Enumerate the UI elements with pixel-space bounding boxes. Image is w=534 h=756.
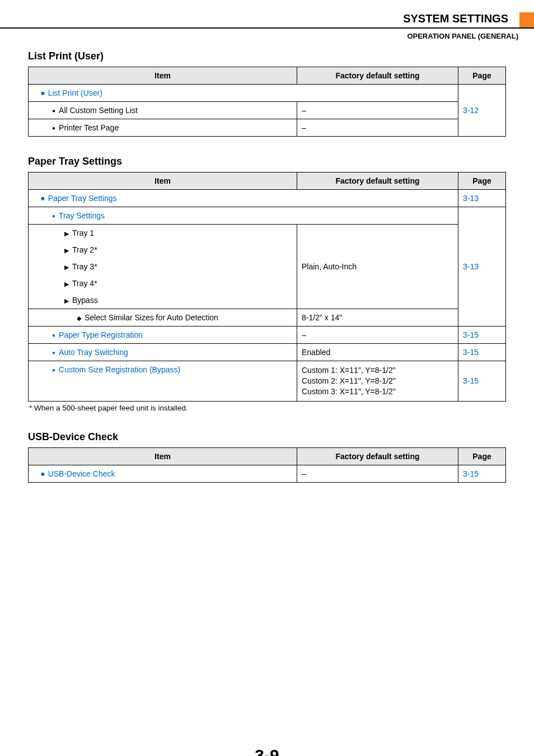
page-cell[interactable]: 3-15: [458, 326, 506, 344]
table-usb-device: Item Factory default setting Page USB-De…: [28, 447, 506, 483]
table-row: Custom Size Registration (Bypass) Custom…: [29, 361, 506, 402]
page-cell[interactable]: 3-15: [458, 344, 506, 361]
accent-block: [519, 12, 534, 27]
col-page: Page: [458, 447, 506, 465]
item-cell: Tray 2*: [29, 241, 297, 258]
table-row: Auto Tray Switching Enabled 3-15: [29, 344, 506, 361]
item-label: Bypass: [64, 296, 98, 305]
col-default: Factory default setting: [297, 447, 458, 465]
page-cell[interactable]: 3-12: [458, 85, 506, 137]
item-cell: Tray 1: [29, 225, 297, 242]
page-cell: [458, 275, 506, 292]
page-number: 3-9: [0, 746, 534, 756]
page-cell[interactable]: 3-15: [458, 465, 506, 482]
paper-type-registration-link[interactable]: Paper Type Registration: [52, 330, 143, 339]
custom-size-line-1: Custom 1: X=11", Y=8-1/2": [302, 366, 396, 375]
item-cell: USB-Device Check: [29, 465, 297, 482]
item-cell: Tray Settings: [29, 207, 458, 225]
page-cell: [458, 309, 506, 326]
table-list-print: Item Factory default setting Page List P…: [28, 67, 506, 137]
header-bar: SYSTEM SETTINGS: [0, 12, 534, 29]
item-label: Tray 1: [64, 228, 94, 237]
table-row: Paper Type Registration – 3-15: [29, 326, 506, 344]
paper-tray-settings-link[interactable]: Paper Tray Settings: [41, 194, 117, 203]
table-row: Tray 2*: [29, 241, 506, 258]
page-cell: [458, 225, 506, 242]
page-content: List Print (User) Item Factory default s…: [0, 50, 534, 483]
header-subheading: OPERATION PANEL (GENERAL): [0, 29, 534, 46]
default-cell: 8-1/2" x 14": [297, 309, 458, 326]
page-header: SYSTEM SETTINGS OPERATION PANEL (GENERAL…: [0, 0, 534, 46]
col-page: Page: [458, 172, 506, 190]
default-cell: –: [297, 326, 458, 344]
page-cell[interactable]: 3-13: [458, 190, 506, 207]
col-page: Page: [458, 67, 506, 85]
item-cell: Auto Tray Switching: [29, 344, 297, 361]
default-cell: Custom 1: X=11", Y=8-1/2" Custom 2: X=11…: [297, 361, 458, 402]
default-cell: [297, 275, 458, 292]
default-cell: [297, 225, 458, 242]
item-label: All Custom Setting List: [52, 106, 138, 115]
col-item: Item: [29, 172, 297, 190]
item-label: Tray 4*: [64, 279, 97, 288]
item-cell: Custom Size Registration (Bypass): [29, 361, 297, 402]
table-row: USB-Device Check – 3-15: [29, 465, 506, 482]
item-cell: Select Similar Sizes for Auto Detection: [29, 309, 297, 326]
col-item: Item: [29, 67, 297, 85]
default-cell: –: [297, 102, 458, 119]
default-cell: –: [297, 465, 458, 482]
col-default: Factory default setting: [297, 172, 458, 190]
table-row: Tray 3* Plain, Auto-Inch 3-13: [29, 258, 506, 275]
page-cell[interactable]: 3-15: [458, 361, 506, 402]
item-cell: All Custom Setting List: [29, 102, 297, 119]
item-label: Select Similar Sizes for Auto Detection: [77, 313, 218, 322]
table-header-row: Item Factory default setting Page: [29, 447, 506, 465]
header-spacer: [0, 12, 403, 27]
custom-size-line-3: Custom 3: X=11", Y=8-1/2": [302, 387, 396, 396]
default-cell: Enabled: [297, 344, 458, 361]
table-header-row: Item Factory default setting Page: [29, 172, 506, 190]
default-cell: [297, 241, 458, 258]
table-row: Bypass: [29, 292, 506, 309]
table-row: Tray 4*: [29, 275, 506, 292]
item-label: Tray 2*: [64, 245, 97, 254]
section-title-usb-device: USB-Device Check: [28, 431, 506, 443]
item-cell: Paper Type Registration: [29, 326, 297, 344]
table-row: Tray Settings: [29, 207, 506, 225]
col-item: Item: [29, 447, 297, 465]
page-cell: [458, 241, 506, 258]
item-cell: List Print (User): [29, 85, 458, 102]
table-row: Tray 1: [29, 225, 506, 242]
usb-device-check-link[interactable]: USB-Device Check: [41, 469, 115, 478]
default-cell: –: [297, 119, 458, 137]
item-cell: Bypass: [29, 292, 297, 309]
section-title-paper-tray: Paper Tray Settings: [28, 156, 506, 167]
item-cell: Tray 4*: [29, 275, 297, 292]
list-print-user-link[interactable]: List Print (User): [41, 88, 102, 97]
item-cell: Tray 3*: [29, 258, 297, 275]
page-cell[interactable]: 3-13: [458, 258, 506, 275]
custom-size-registration-link[interactable]: Custom Size Registration (Bypass): [52, 365, 180, 374]
table-row: All Custom Setting List –: [29, 102, 506, 119]
default-cell: Plain, Auto-Inch: [297, 258, 458, 275]
table-row: Select Similar Sizes for Auto Detection …: [29, 309, 506, 326]
table-row: Printer Test Page –: [29, 119, 506, 137]
default-cell: [297, 292, 458, 309]
table-paper-tray: Item Factory default setting Page Paper …: [28, 172, 506, 402]
page-cell: [458, 207, 506, 225]
table-row: Paper Tray Settings 3-13: [29, 190, 506, 207]
item-cell: Paper Tray Settings: [29, 190, 458, 207]
item-label: Tray 3*: [64, 262, 97, 271]
page-cell: [458, 292, 506, 309]
table-row: List Print (User) 3-12: [29, 85, 506, 102]
item-cell: Printer Test Page: [29, 119, 297, 137]
header-title: SYSTEM SETTINGS: [403, 12, 514, 27]
item-label: Printer Test Page: [52, 123, 119, 132]
section-title-list-print: List Print (User): [28, 50, 506, 62]
auto-tray-switching-link[interactable]: Auto Tray Switching: [52, 348, 128, 357]
custom-size-line-2: Custom 2: X=11", Y=8-1/2": [302, 376, 396, 385]
tray-settings-link[interactable]: Tray Settings: [52, 211, 105, 220]
footnote-paper-tray: * When a 500-sheet paper feed unit is in…: [29, 404, 506, 412]
col-default: Factory default setting: [297, 67, 458, 85]
table-header-row: Item Factory default setting Page: [29, 67, 506, 85]
